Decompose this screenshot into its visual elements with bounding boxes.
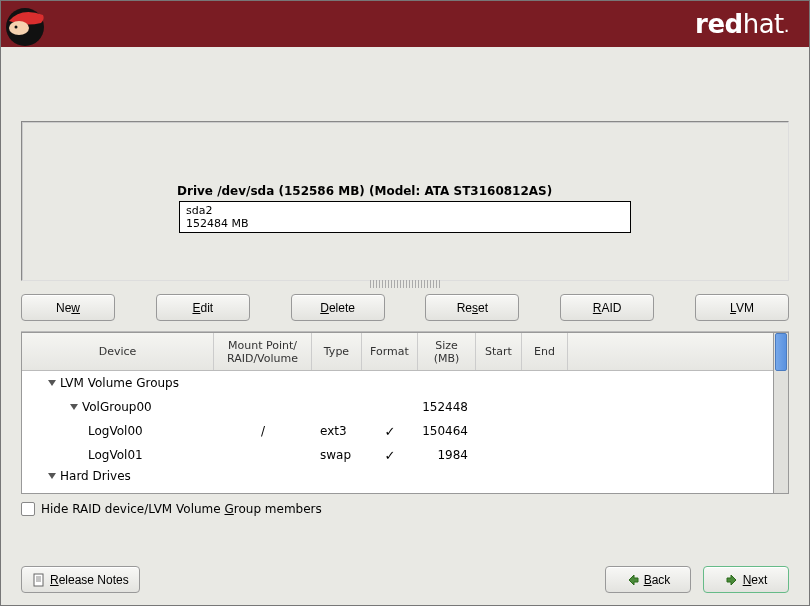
svg-rect-3 xyxy=(34,574,43,586)
scrollbar[interactable] xyxy=(773,332,789,494)
col-size[interactable]: Size (MB) xyxy=(418,333,476,370)
chevron-down-icon[interactable] xyxy=(48,380,56,386)
table-row[interactable]: Hard Drives xyxy=(22,467,773,485)
partition-table: Device Mount Point/ RAID/Volume Type For… xyxy=(21,331,789,494)
raid-button[interactable]: RAID xyxy=(560,294,654,321)
hide-raid-label[interactable]: Hide RAID device/LVM Volume Group member… xyxy=(41,502,322,516)
col-mount[interactable]: Mount Point/ RAID/Volume xyxy=(214,333,312,370)
new-button[interactable]: New xyxy=(21,294,115,321)
table-row[interactable]: VolGroup00 152448 xyxy=(22,395,773,419)
col-format[interactable]: Format xyxy=(362,333,418,370)
check-icon xyxy=(385,448,396,463)
chevron-down-icon[interactable] xyxy=(48,473,56,479)
table-row[interactable]: LogVol01 swap 1984 xyxy=(22,443,773,467)
hide-raid-checkbox[interactable] xyxy=(21,502,35,516)
svg-point-2 xyxy=(15,26,18,29)
partition-box[interactable]: sda2 152484 MB xyxy=(179,201,631,233)
svg-point-1 xyxy=(9,21,29,35)
redhat-logo xyxy=(1,1,61,47)
document-icon xyxy=(32,573,46,587)
arrow-left-icon xyxy=(626,573,640,587)
drive-panel: Drive /dev/sda (152586 MB) (Model: ATA S… xyxy=(21,121,789,281)
release-notes-button[interactable]: Release Notes xyxy=(21,566,140,593)
edit-button[interactable]: Edit xyxy=(156,294,250,321)
table-row[interactable]: LogVol00 / ext3 150464 xyxy=(22,419,773,443)
col-end[interactable]: End xyxy=(522,333,568,370)
col-start[interactable]: Start xyxy=(476,333,522,370)
scrollbar-thumb[interactable] xyxy=(775,333,787,371)
partition-name: sda2 xyxy=(186,204,624,217)
group-header: LVM Volume Groups xyxy=(22,376,214,390)
delete-button[interactable]: Delete xyxy=(291,294,385,321)
reset-button[interactable]: Reset xyxy=(425,294,519,321)
drive-label: Drive /dev/sda (152586 MB) (Model: ATA S… xyxy=(177,184,552,198)
col-rest xyxy=(568,333,773,370)
back-button[interactable]: Back xyxy=(605,566,691,593)
col-type[interactable]: Type xyxy=(312,333,362,370)
brand-text: redhat. xyxy=(695,9,789,39)
table-row[interactable]: LVM Volume Groups xyxy=(22,371,773,395)
lvm-button[interactable]: LVM xyxy=(695,294,789,321)
col-device[interactable]: Device xyxy=(22,333,214,370)
arrow-right-icon xyxy=(725,573,739,587)
resize-grip[interactable] xyxy=(370,280,440,288)
chevron-down-icon[interactable] xyxy=(70,404,78,410)
table-header: Device Mount Point/ RAID/Volume Type For… xyxy=(22,333,773,371)
toolbar: New Edit Delete Reset RAID LVM xyxy=(1,288,809,321)
check-icon xyxy=(385,424,396,439)
partition-size: 152484 MB xyxy=(186,217,624,230)
next-button[interactable]: Next xyxy=(703,566,789,593)
